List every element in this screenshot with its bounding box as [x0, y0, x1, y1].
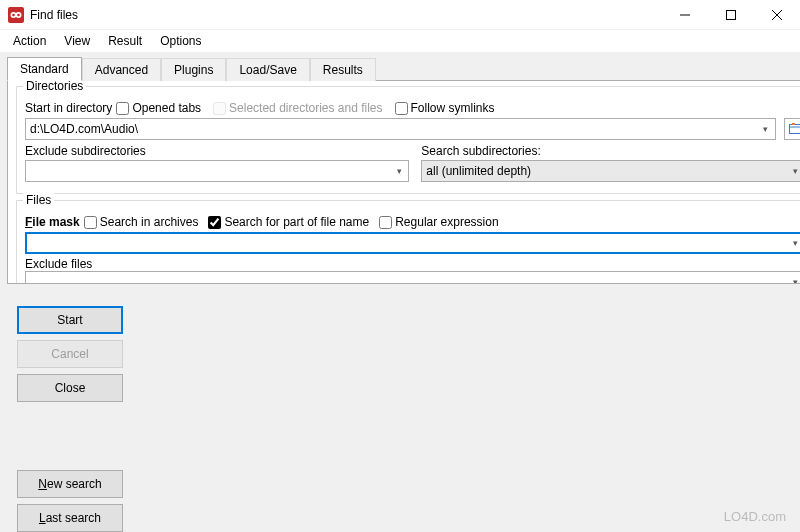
cancel-button: Cancel [17, 340, 123, 368]
group-files-label: Files [23, 193, 54, 207]
tab-results[interactable]: Results [310, 58, 376, 81]
menu-result[interactable]: Result [101, 32, 149, 50]
tab-advanced[interactable]: Advanced [82, 58, 161, 81]
new-search-button[interactable]: New search [17, 470, 123, 498]
exclude-files-input[interactable] [26, 272, 787, 284]
tab-loadsave[interactable]: Load/Save [226, 58, 309, 81]
follow-symlinks-checkbox[interactable]: Follow symlinks [395, 101, 495, 115]
chevron-down-icon[interactable]: ▾ [787, 238, 800, 248]
svg-point-3 [12, 13, 15, 16]
svg-rect-6 [727, 10, 736, 19]
menu-action[interactable]: Action [6, 32, 53, 50]
chevron-down-icon[interactable]: ▾ [787, 277, 800, 284]
close-button[interactable] [754, 0, 800, 30]
tab-page-standard: Directories Start in directory Opened ta… [7, 80, 800, 284]
window-controls [662, 0, 800, 30]
watermark: LO4D.com [724, 509, 786, 524]
file-mask-input[interactable] [26, 233, 787, 253]
chevron-down-icon[interactable]: ▾ [390, 166, 408, 176]
exclude-subdirs-input[interactable] [26, 161, 390, 181]
tab-plugins[interactable]: Plugins [161, 58, 226, 81]
svg-rect-9 [789, 125, 800, 134]
exclude-subdirs-combo[interactable]: ▾ [25, 160, 409, 182]
menu-view[interactable]: View [57, 32, 97, 50]
close-dialog-button[interactable]: Close [17, 374, 123, 402]
start-button[interactable]: Start [17, 306, 123, 334]
exclude-subdirs-label: Exclude subdirectories [25, 144, 409, 158]
selected-dirs-checkbox: Selected directories and files [213, 101, 382, 115]
opened-tabs-checkbox[interactable]: Opened tabs [116, 101, 201, 115]
exclude-files-combo[interactable]: ▾ [25, 271, 800, 284]
start-directory-combo[interactable]: ▾ [25, 118, 776, 140]
chevron-down-icon[interactable]: ▾ [757, 124, 775, 134]
group-directories-label: Directories [23, 80, 86, 93]
search-subdirs-label: Search subdirectories: [421, 144, 800, 158]
search-subdirs-value[interactable] [422, 161, 786, 181]
file-mask-label: File mask [25, 215, 80, 229]
side-panel: Start Cancel Close New search Last searc… [7, 284, 135, 532]
svg-point-4 [17, 13, 20, 16]
exclude-files-label: Exclude files [25, 257, 92, 271]
search-subdirs-combo[interactable]: ▾ [421, 160, 800, 182]
maximize-button[interactable] [708, 0, 754, 30]
title-bar: Find files [0, 0, 800, 30]
browse-directory-button[interactable] [784, 118, 800, 140]
start-directory-input[interactable] [26, 119, 757, 139]
files-regex-checkbox[interactable]: Regular expression [379, 215, 498, 229]
group-files: Files File mask Search in archives Searc… [16, 200, 800, 284]
search-part-checkbox[interactable]: Search for part of file name [208, 215, 369, 229]
file-mask-combo[interactable]: ▾ [25, 232, 800, 254]
menu-options[interactable]: Options [153, 32, 208, 50]
last-search-button[interactable]: Last search [17, 504, 123, 532]
menu-bar: Action View Result Options [0, 30, 800, 52]
tab-standard[interactable]: Standard [7, 57, 82, 81]
chevron-down-icon[interactable]: ▾ [787, 166, 800, 176]
svg-rect-11 [792, 123, 795, 125]
app-icon [8, 7, 24, 23]
group-directories: Directories Start in directory Opened ta… [16, 86, 800, 194]
search-archives-checkbox[interactable]: Search in archives [84, 215, 199, 229]
tab-strip: Standard Advanced Plugins Load/Save Resu… [7, 56, 800, 80]
minimize-button[interactable] [662, 0, 708, 30]
start-in-directory-label: Start in directory [25, 101, 112, 115]
window-title: Find files [30, 8, 78, 22]
